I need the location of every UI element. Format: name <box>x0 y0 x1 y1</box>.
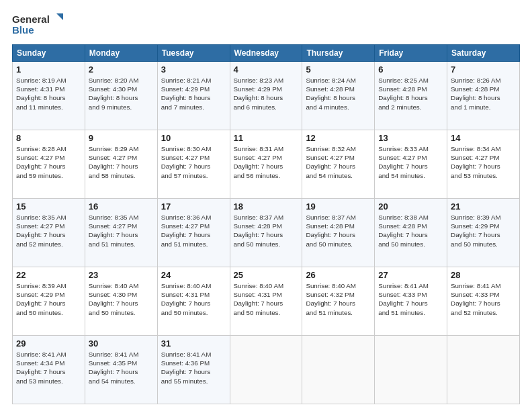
day-number: 18 <box>234 201 299 212</box>
day-number: 20 <box>378 201 443 212</box>
day-number: 29 <box>16 338 81 349</box>
day-number: 7 <box>451 64 516 75</box>
calendar-cell: 25Sunrise: 8:40 AMSunset: 4:31 PMDayligh… <box>230 267 302 336</box>
calendar-cell: 15Sunrise: 8:35 AMSunset: 4:27 PMDayligh… <box>13 199 85 267</box>
day-number: 26 <box>306 270 371 280</box>
day-info: Sunrise: 8:40 AMSunset: 4:31 PMDaylight:… <box>234 281 299 317</box>
logo: General Blue <box>12 12 66 38</box>
calendar-cell: 22Sunrise: 8:39 AMSunset: 4:29 PMDayligh… <box>13 267 85 336</box>
calendar-cell: 20Sunrise: 8:38 AMSunset: 4:28 PMDayligh… <box>375 199 447 267</box>
svg-text:General: General <box>12 13 50 25</box>
day-number: 5 <box>306 64 371 75</box>
day-header-sunday: Sunday <box>13 45 85 62</box>
svg-marker-2 <box>56 13 63 20</box>
day-number: 24 <box>161 270 226 280</box>
calendar-cell: 6Sunrise: 8:25 AMSunset: 4:28 PMDaylight… <box>375 62 447 130</box>
day-number: 12 <box>306 133 371 143</box>
calendar-cell: 18Sunrise: 8:37 AMSunset: 4:28 PMDayligh… <box>230 199 302 267</box>
day-header-monday: Monday <box>85 45 157 62</box>
calendar-cell: 5Sunrise: 8:24 AMSunset: 4:28 PMDaylight… <box>302 62 375 130</box>
calendar-cell <box>447 336 520 404</box>
day-info: Sunrise: 8:30 AMSunset: 4:27 PMDaylight:… <box>161 144 226 180</box>
calendar-cell: 21Sunrise: 8:39 AMSunset: 4:29 PMDayligh… <box>447 199 520 267</box>
day-info: Sunrise: 8:41 AMSunset: 4:36 PMDaylight:… <box>161 350 226 385</box>
day-info: Sunrise: 8:36 AMSunset: 4:27 PMDaylight:… <box>161 213 226 248</box>
day-info: Sunrise: 8:28 AMSunset: 4:27 PMDaylight:… <box>16 144 81 180</box>
day-info: Sunrise: 8:41 AMSunset: 4:34 PMDaylight:… <box>16 350 81 385</box>
day-number: 14 <box>451 133 516 143</box>
day-info: Sunrise: 8:32 AMSunset: 4:27 PMDaylight:… <box>306 144 371 180</box>
day-header-wednesday: Wednesday <box>230 45 302 62</box>
calendar-cell: 8Sunrise: 8:28 AMSunset: 4:27 PMDaylight… <box>13 130 85 199</box>
day-number: 8 <box>16 133 81 143</box>
calendar-cell: 11Sunrise: 8:31 AMSunset: 4:27 PMDayligh… <box>230 130 302 199</box>
day-number: 3 <box>161 64 226 75</box>
day-info: Sunrise: 8:39 AMSunset: 4:29 PMDaylight:… <box>451 213 516 248</box>
day-number: 9 <box>89 133 154 143</box>
calendar-cell: 12Sunrise: 8:32 AMSunset: 4:27 PMDayligh… <box>302 130 375 199</box>
calendar-cell: 29Sunrise: 8:41 AMSunset: 4:34 PMDayligh… <box>13 336 85 404</box>
calendar-table: SundayMondayTuesdayWednesdayThursdayFrid… <box>12 44 520 404</box>
calendar-cell: 26Sunrise: 8:40 AMSunset: 4:32 PMDayligh… <box>302 267 375 336</box>
day-number: 22 <box>16 270 81 280</box>
calendar-cell: 13Sunrise: 8:33 AMSunset: 4:27 PMDayligh… <box>375 130 447 199</box>
calendar-cell: 17Sunrise: 8:36 AMSunset: 4:27 PMDayligh… <box>157 199 230 267</box>
day-info: Sunrise: 8:38 AMSunset: 4:28 PMDaylight:… <box>378 213 443 248</box>
day-number: 4 <box>234 64 299 75</box>
calendar-cell: 23Sunrise: 8:40 AMSunset: 4:30 PMDayligh… <box>85 267 157 336</box>
day-info: Sunrise: 8:40 AMSunset: 4:31 PMDaylight:… <box>161 281 226 317</box>
day-number: 25 <box>234 270 299 280</box>
day-info: Sunrise: 8:35 AMSunset: 4:27 PMDaylight:… <box>89 213 154 248</box>
calendar-cell: 24Sunrise: 8:40 AMSunset: 4:31 PMDayligh… <box>157 267 230 336</box>
calendar-cell: 14Sunrise: 8:34 AMSunset: 4:27 PMDayligh… <box>447 130 520 199</box>
calendar-cell: 9Sunrise: 8:29 AMSunset: 4:27 PMDaylight… <box>85 130 157 199</box>
day-info: Sunrise: 8:34 AMSunset: 4:27 PMDaylight:… <box>451 144 516 180</box>
day-number: 15 <box>16 201 81 212</box>
calendar-cell: 16Sunrise: 8:35 AMSunset: 4:27 PMDayligh… <box>85 199 157 267</box>
calendar-cell: 31Sunrise: 8:41 AMSunset: 4:36 PMDayligh… <box>157 336 230 404</box>
calendar-cell: 4Sunrise: 8:23 AMSunset: 4:29 PMDaylight… <box>230 62 302 130</box>
day-info: Sunrise: 8:19 AMSunset: 4:31 PMDaylight:… <box>16 76 81 111</box>
day-info: Sunrise: 8:24 AMSunset: 4:28 PMDaylight:… <box>306 76 371 111</box>
calendar-cell: 28Sunrise: 8:41 AMSunset: 4:33 PMDayligh… <box>447 267 520 336</box>
day-number: 21 <box>451 201 516 212</box>
day-number: 10 <box>161 133 226 143</box>
svg-text:Blue: Blue <box>12 24 34 36</box>
day-info: Sunrise: 8:41 AMSunset: 4:35 PMDaylight:… <box>89 350 154 385</box>
day-number: 16 <box>89 201 154 212</box>
day-info: Sunrise: 8:37 AMSunset: 4:28 PMDaylight:… <box>234 213 299 248</box>
calendar-cell: 7Sunrise: 8:26 AMSunset: 4:28 PMDaylight… <box>447 62 520 130</box>
day-info: Sunrise: 8:26 AMSunset: 4:28 PMDaylight:… <box>451 76 516 111</box>
day-number: 23 <box>89 270 154 280</box>
logo-svg: General Blue <box>12 12 66 38</box>
day-number: 11 <box>234 133 299 143</box>
day-info: Sunrise: 8:40 AMSunset: 4:32 PMDaylight:… <box>306 281 371 317</box>
calendar-cell: 10Sunrise: 8:30 AMSunset: 4:27 PMDayligh… <box>157 130 230 199</box>
day-number: 19 <box>306 201 371 212</box>
day-info: Sunrise: 8:23 AMSunset: 4:29 PMDaylight:… <box>234 76 299 111</box>
day-info: Sunrise: 8:33 AMSunset: 4:27 PMDaylight:… <box>378 144 443 180</box>
day-info: Sunrise: 8:35 AMSunset: 4:27 PMDaylight:… <box>16 213 81 248</box>
calendar-cell <box>230 336 302 404</box>
calendar-cell: 2Sunrise: 8:20 AMSunset: 4:30 PMDaylight… <box>85 62 157 130</box>
calendar-cell <box>375 336 447 404</box>
day-number: 28 <box>451 270 516 280</box>
calendar-cell: 30Sunrise: 8:41 AMSunset: 4:35 PMDayligh… <box>85 336 157 404</box>
day-header-tuesday: Tuesday <box>157 45 230 62</box>
day-info: Sunrise: 8:20 AMSunset: 4:30 PMDaylight:… <box>89 76 154 111</box>
calendar-cell <box>302 336 375 404</box>
day-number: 2 <box>89 64 154 75</box>
day-info: Sunrise: 8:21 AMSunset: 4:29 PMDaylight:… <box>161 76 226 111</box>
day-info: Sunrise: 8:41 AMSunset: 4:33 PMDaylight:… <box>378 281 443 317</box>
day-header-saturday: Saturday <box>447 45 520 62</box>
day-info: Sunrise: 8:29 AMSunset: 4:27 PMDaylight:… <box>89 144 154 180</box>
day-number: 13 <box>378 133 443 143</box>
day-info: Sunrise: 8:25 AMSunset: 4:28 PMDaylight:… <box>378 76 443 111</box>
day-info: Sunrise: 8:37 AMSunset: 4:28 PMDaylight:… <box>306 213 371 248</box>
day-number: 17 <box>161 201 226 212</box>
day-header-friday: Friday <box>375 45 447 62</box>
day-number: 27 <box>378 270 443 280</box>
day-number: 30 <box>89 338 154 349</box>
day-header-thursday: Thursday <box>302 45 375 62</box>
day-info: Sunrise: 8:40 AMSunset: 4:30 PMDaylight:… <box>89 281 154 317</box>
